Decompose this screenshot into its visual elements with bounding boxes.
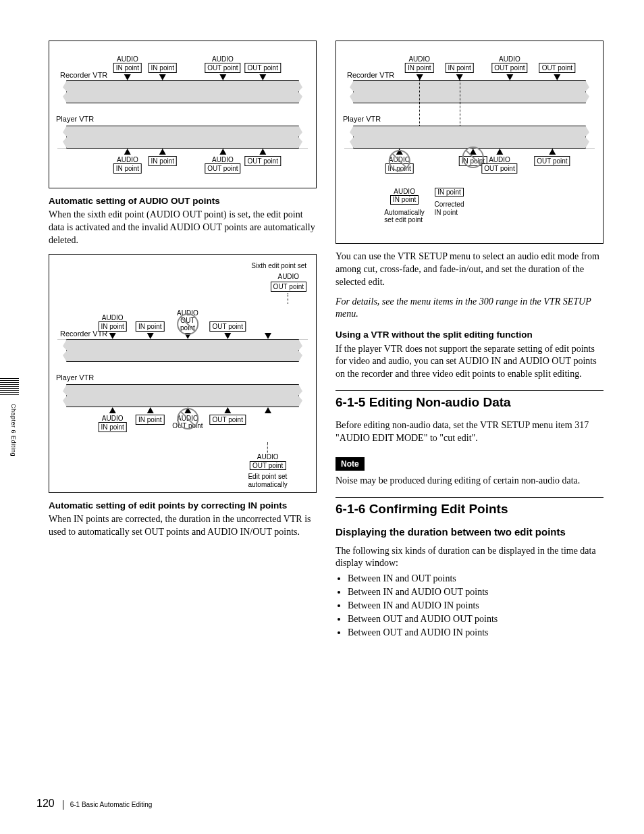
recorder-label: Recorder VTR xyxy=(60,70,107,80)
subhead-no-split: Using a VTR without the split editing fu… xyxy=(336,329,603,341)
para-italics-ref: For details, see the menu items in the 3… xyxy=(336,296,603,321)
diagram-1: Recorder VTR AUDIOIN point IN point AUDI… xyxy=(49,41,317,188)
list-item: Between IN and OUT points xyxy=(348,573,603,585)
note-badge: Note xyxy=(336,457,365,471)
footer: 120 6-1 Basic Automatic Editing xyxy=(36,796,152,811)
para-correct-in: When IN points are corrected, the durati… xyxy=(49,513,317,539)
struck-marker-3: AUDIOIN point xyxy=(385,149,413,174)
para-note: Noise may be produced during editing of … xyxy=(336,475,603,488)
diagram-2: Sixth edit point set AUDIOOUT point Reco… xyxy=(49,254,317,493)
footer-title: 6-1 Basic Automatic Editing xyxy=(63,800,153,810)
rule-616 xyxy=(336,497,603,498)
section-615: 6-1-5 Editing Non-audio Data xyxy=(336,394,603,411)
side-caption: Chapter 6 Editing xyxy=(9,378,18,431)
list-item: Between OUT and AUDIO OUT points xyxy=(348,613,603,626)
player-tape xyxy=(57,126,308,149)
left-column: Recorder VTR AUDIOIN point IN point AUDI… xyxy=(49,41,317,646)
subhead-correct-in: Automatic setting of edit points by corr… xyxy=(49,500,317,512)
player-label: Player VTR xyxy=(56,114,311,124)
subhead-auto-out: Automatic setting of AUDIO OUT points xyxy=(49,195,317,207)
sixth-label: Sixth edit point set xyxy=(55,261,306,271)
para-615: Before editing non-audio data, set the V… xyxy=(336,419,603,445)
para-no-split: If the player VTR does not support the s… xyxy=(336,343,603,382)
para-auto-out: When the sixth edit point (AUDIO OUT poi… xyxy=(49,209,317,247)
right-column: Recorder VTR AUDIOIN point IN point AUDI… xyxy=(336,41,603,646)
rule-615 xyxy=(336,390,603,391)
page-number: 120 xyxy=(36,796,55,811)
recorder-tape xyxy=(57,80,308,103)
list-item: Between IN and AUDIO OUT points xyxy=(348,586,603,599)
para-duration: The following six kinds of duration can … xyxy=(336,545,603,571)
section-616: 6-1-6 Confirming Edit Points xyxy=(336,500,603,518)
duration-list: Between IN and OUT points Between IN and… xyxy=(336,573,603,639)
diagram-3: Recorder VTR AUDIOIN point IN point AUDI… xyxy=(336,41,603,244)
subhead-duration: Displaying the duration between two edit… xyxy=(336,525,603,539)
para-audio-mode: You can use the VTR SETUP menu to select… xyxy=(336,251,603,289)
struck-marker-2: AUDIOOUT point xyxy=(172,407,203,429)
list-item: Between OUT and AUDIO IN points xyxy=(348,627,603,640)
struck-marker: AUDIOOUTpoint xyxy=(177,309,198,339)
list-item: Between IN and AUDIO IN points xyxy=(348,600,603,613)
